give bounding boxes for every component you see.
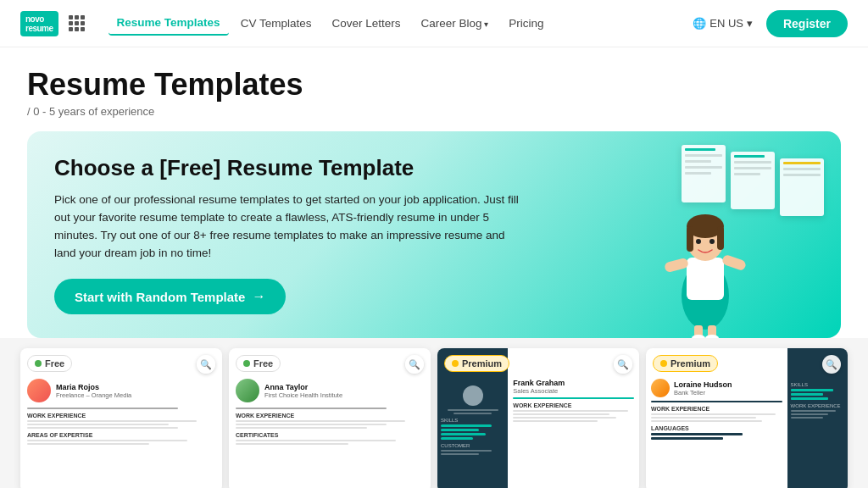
svg-point-13 [705,335,719,338]
preview-card-3: Premium 🔍 SKILLS CUSTOMER Frank Graham S… [437,348,639,488]
text-line-1a [27,420,197,422]
name-role-1: Maria Rojos Freelance – Orange Media [56,383,131,399]
divider-1 [27,408,178,409]
customer-label-3: CUSTOMER [441,443,504,448]
promo-card: Choose a [Free] Resume Template Pick one… [27,131,841,339]
we-label-4: WORK EXPERIENCE [791,403,844,408]
preview-card-4: Premium 🔍 Loraine Hudson Bank Teller WOR… [646,348,848,488]
cta-button[interactable]: Start with Random Template → [54,279,286,314]
globe-icon: 🌐 [693,17,706,30]
svg-rect-7 [717,226,724,250]
name-role-2: Anna Taylor First Choice Health Institut… [264,383,342,399]
preview-strip: Free 🔍 Maria Rojos Freelance – Orange Me… [0,338,868,488]
badge-premium-3: Premium [444,355,509,372]
candidate-role-2: First Choice Health Institute [264,391,342,399]
text-line-2c [236,427,367,429]
nav-pricing[interactable]: Pricing [500,12,552,35]
text-3c [513,417,615,419]
avatar-2 [236,379,259,402]
avatar-row-1: Maria Rojos Freelance – Orange Media [27,379,215,402]
text-4d [651,433,743,435]
logo-mark: novoresume [20,11,58,36]
svg-rect-6 [687,226,693,252]
text-3b [513,413,609,415]
text-line-2b [236,424,387,425]
promo-description: Pick one of our professional resume temp… [54,191,529,263]
skills-label-4: SKILLS [791,382,844,387]
chevron-down-icon: ▾ [747,17,753,30]
svg-rect-1 [687,258,724,300]
grid-icon [69,15,85,31]
resume-mini-2 [731,152,775,209]
section-skills-1: AREAS OF EXPERTISE [27,432,215,438]
we-section-3: WORK EXPERIENCE [513,402,634,408]
text-4e [651,437,723,440]
section-cert-2: CERTIFICATES [236,432,424,438]
preview-card-1: Free 🔍 Maria Rojos Freelance – Orange Me… [20,348,222,488]
text-line-1b [27,424,169,425]
language-selector[interactable]: 🌐 EN US ▾ [686,14,760,33]
premium-dot-3 [452,360,459,367]
candidate-name-2: Anna Taylor [264,383,342,391]
logo-area[interactable]: novoresume [20,11,85,36]
text-4c [651,420,762,422]
badge-free-1: Free [27,355,72,372]
text-line-1e [27,443,149,445]
nav-resume-templates[interactable]: Resume Templates [108,11,229,36]
candidate-name-4: Loraine Hudson [674,380,732,389]
text-line-2a [236,420,405,422]
header: novoresume Resume Templates CV Templates… [0,0,868,47]
text-3a [513,410,628,412]
badge-label-1: Free [45,358,64,369]
divider-2 [236,408,387,409]
avatar-1 [27,379,51,402]
svg-rect-2 [664,258,689,274]
badge-label-3: Premium [462,358,502,369]
resume-stack [682,145,824,216]
page-subtitle: / 0 - 5 years of experience [27,105,841,118]
text-4b [651,417,756,419]
lang-section-4: LANGUAGES [651,425,782,431]
promo-title: Choose a [Free] Resume Template [54,155,529,181]
svg-point-12 [692,335,705,338]
nav-cover-letters[interactable]: Cover Letters [323,12,409,35]
we-section-4: WORK EXPERIENCE [651,406,782,412]
avatar-row-2: Anna Taylor First Choice Health Institut… [236,379,424,402]
nav-cv-templates[interactable]: CV Templates [232,12,320,35]
preview-card-2: Free 🔍 Anna Taylor First Choice Health I… [229,348,431,488]
cta-label: Start with Random Template [75,290,245,304]
badge-premium-4: Premium [653,355,718,372]
hero-section: Resume Templates / 0 - 5 years of experi… [0,47,868,338]
promo-content: Choose a [Free] Resume Template Pick one… [54,155,529,315]
svg-rect-3 [721,254,747,272]
premium-dot-4 [660,360,667,367]
arrow-icon: → [252,289,265,304]
section-we-2: WORK EXPERIENCE [236,413,424,419]
section-we-1: WORK EXPERIENCE [27,413,215,419]
resume-mini-1 [682,145,726,202]
main-nav: Resume Templates CV Templates Cover Lett… [108,11,673,36]
badge-label-4: Premium [670,358,710,369]
candidate-name-1: Maria Rojos [56,383,131,391]
lang-label: EN US [709,17,743,30]
candidate-role-3: Sales Associate [513,387,634,395]
svg-point-9 [709,239,715,244]
page-title: Resume Templates [27,68,841,102]
candidate-role-1: Freelance – Orange Media [56,391,131,399]
text-line-2d [236,440,396,441]
badge-free-2: Free [236,355,281,372]
header-right: 🌐 EN US ▾ Register [686,10,848,37]
free-dot-2 [243,360,250,367]
nav-career-blog[interactable]: Career Blog [412,12,497,35]
text-line-1d [27,440,187,441]
register-button[interactable]: Register [766,10,848,37]
text-3d [513,420,598,422]
text-4a [651,413,776,415]
text-line-1c [27,427,178,429]
resume-mini-3 [780,158,824,216]
candidate-role-4: Bank Teller [674,389,732,396]
badge-label-2: Free [253,358,273,369]
text-line-2e [236,443,348,445]
candidate-name-3: Frank Graham [513,379,634,387]
skills-label-3: SKILLS [441,418,504,423]
